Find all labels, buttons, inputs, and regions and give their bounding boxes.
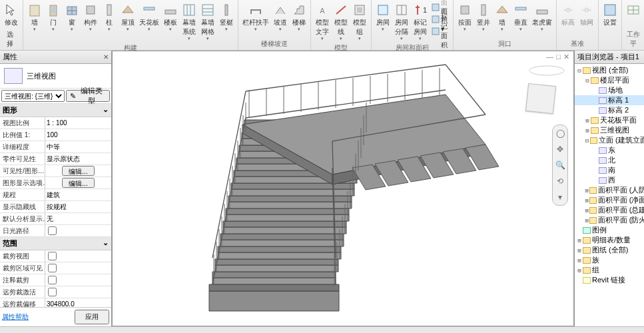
tree-node-11[interactable]: 西 <box>575 175 644 185</box>
tree-twisty-icon[interactable]: ⊞ <box>576 267 583 274</box>
minimize-icon[interactable]: — <box>546 53 553 61</box>
circ-0[interactable]: 栏杆扶手 ▾ <box>241 1 270 33</box>
build-7[interactable]: 楼板 ▾ <box>162 1 179 33</box>
annotation_crop-checkbox[interactable] <box>48 276 57 284</box>
circ-2[interactable]: 楼梯 ▾ <box>290 1 308 33</box>
tree-twisty-icon[interactable]: ⊞ <box>576 257 583 264</box>
parts_vis-input[interactable] <box>47 155 110 163</box>
build-0[interactable]: 墙 ▾ <box>26 1 43 33</box>
steering-wheel-icon[interactable]: ◯ <box>555 128 565 139</box>
crop_visible-checkbox[interactable] <box>48 264 57 272</box>
viewport-3d[interactable]: — □ ✕ ◯ ✥ 🔍 ⟲ ▾ <box>112 51 574 326</box>
tree-node-8[interactable]: 东 <box>575 145 644 155</box>
viewcube[interactable] <box>527 65 567 105</box>
tree-node-5[interactable]: ⊞ 天花板平面 <box>575 115 644 125</box>
build-1[interactable]: 门 ▾ <box>45 1 62 33</box>
close-view-icon[interactable]: ✕ <box>563 53 569 61</box>
tree-node-3[interactable]: 标高 1 <box>575 95 644 105</box>
build-9[interactable]: 幕墙网格 ▾ <box>199 1 216 43</box>
build-10[interactable]: 竖梃 ▾ <box>218 1 235 33</box>
display_opt-edit-button[interactable]: 编辑... <box>62 178 94 188</box>
tree-twisty-icon[interactable]: ⊟ <box>584 77 591 84</box>
settings-button[interactable]: 设置 <box>601 1 619 29</box>
tree-node-4[interactable]: 标高 2 <box>575 105 644 115</box>
build-8[interactable]: 幕墙系统 ▾ <box>180 1 198 43</box>
sun_path-checkbox[interactable] <box>48 226 57 235</box>
crop_view-checkbox[interactable] <box>48 252 57 260</box>
hidden-input[interactable] <box>47 203 110 210</box>
orbit-icon[interactable]: ⟲ <box>555 176 565 186</box>
detail-input[interactable] <box>47 143 110 151</box>
view_scale-input[interactable] <box>47 119 110 127</box>
tree-twisty-icon[interactable]: ⊞ <box>576 247 583 254</box>
discipline-input[interactable] <box>47 191 110 198</box>
model-1[interactable]: 模型线 ▾ <box>332 1 350 43</box>
far_clip_offset-input[interactable] <box>47 300 110 307</box>
tree-twisty-icon[interactable]: ⊟ <box>584 137 590 144</box>
room-small-2[interactable]: 标记 面积 <box>430 25 450 37</box>
circ-1[interactable]: 坡道 ▾ <box>272 1 289 33</box>
vg-edit-button[interactable]: 编辑... <box>62 166 94 176</box>
nav-more-icon[interactable]: ▾ <box>555 192 565 202</box>
tree-node-16[interactable]: 图例 <box>575 225 644 235</box>
type-selector[interactable]: 三维视图 <box>0 64 111 89</box>
properties-help-link[interactable]: 属性帮助 <box>2 312 29 322</box>
instance-selector[interactable]: 三维视图: {三维} <box>1 90 65 102</box>
tree-node-20[interactable]: ⊞ 组 <box>575 265 644 275</box>
close-icon[interactable]: ✕ <box>103 53 109 61</box>
tree-node-14[interactable]: ⊞ 面积平面 (总建筑 <box>575 205 644 215</box>
tree-node-7[interactable]: ⊟ 立面 (建筑立面) <box>575 135 644 145</box>
tree-node-6[interactable]: ⊞ 三维视图 <box>575 125 644 135</box>
tree-node-12[interactable]: ⊞ 面积平面 (人防分 <box>575 185 644 195</box>
open-0[interactable]: 按面 ▾ <box>456 1 474 33</box>
datum-0[interactable]: 标高 <box>559 1 577 29</box>
room-1[interactable]: 房间分隔 ▾ <box>393 1 410 43</box>
tree-twisty-icon[interactable]: ⊞ <box>584 187 589 194</box>
modify-button[interactable]: 修改 <box>3 1 20 29</box>
open-4[interactable]: 老虎窗 ▾ <box>531 1 553 33</box>
tree-twisty-icon[interactable]: ⊞ <box>584 117 591 124</box>
tree-node-17[interactable]: ⊞ 明细表/数量 <box>575 235 644 245</box>
datum-1[interactable]: 轴网 <box>578 1 595 29</box>
group-extents[interactable]: 范围⌄ <box>0 237 111 250</box>
tree-node-19[interactable]: ⊞ 族 <box>575 255 644 265</box>
tree-node-0[interactable]: ⊟ 视图 (全部) <box>575 65 644 75</box>
tree-node-9[interactable]: 北 <box>575 155 644 165</box>
tree-node-18[interactable]: ⊞ 图纸 (全部) <box>575 245 644 255</box>
scale_value-input[interactable] <box>47 131 110 139</box>
model-0[interactable]: A 模型文字 ▾ <box>314 1 331 43</box>
default_analysis-input[interactable] <box>47 215 110 222</box>
edit-type-button[interactable]: ✎编辑类型 <box>66 90 110 102</box>
room-2[interactable]: 1 标记房间 ▾ <box>412 1 429 43</box>
tree-twisty-icon[interactable]: ⊞ <box>576 237 583 244</box>
build-6[interactable]: 天花板 ▾ <box>138 1 161 33</box>
tree-node-15[interactable]: ⊞ 面积平面 (防火分 <box>575 215 644 225</box>
tree-twisty-icon[interactable]: ⊟ <box>576 67 583 74</box>
tree-node-1[interactable]: ⊟ 楼层平面 <box>575 75 644 85</box>
open-2[interactable]: 墙 ▾ <box>493 1 511 33</box>
viewcube-cube[interactable] <box>525 83 556 114</box>
model-2[interactable]: 模型组 ▾ <box>351 1 368 43</box>
tree-node-13[interactable]: ⊞ 面积平面 (净面积 <box>575 195 644 205</box>
build-5[interactable]: 屋顶 ▾ <box>119 1 137 33</box>
pan-icon[interactable]: ✥ <box>555 144 565 155</box>
tree-node-2[interactable]: 场地 <box>575 85 644 95</box>
tree-twisty-icon[interactable]: ⊞ <box>584 207 589 214</box>
room-0[interactable]: 房间 ▾ <box>374 1 392 33</box>
zoom-icon[interactable]: 🔍 <box>555 160 565 170</box>
group-graphics[interactable]: 图形⌄ <box>0 104 111 117</box>
tree-twisty-icon[interactable]: ⊞ <box>584 217 589 224</box>
workplane-button[interactable] <box>625 1 642 19</box>
open-3[interactable]: 垂直 ▾ <box>512 1 529 33</box>
build-4[interactable]: 柱 ▾ <box>101 1 118 33</box>
tree-twisty-icon[interactable]: ⊞ <box>584 197 589 204</box>
open-1[interactable]: 竖井 ▾ <box>475 1 492 33</box>
build-2[interactable]: 窗 ▾ <box>63 1 81 33</box>
maximize-icon[interactable]: □ <box>556 53 561 61</box>
apply-button[interactable]: 应用 <box>75 310 109 324</box>
build-3[interactable]: 构件 ▾ <box>82 1 99 33</box>
far_clip_active-checkbox[interactable] <box>48 288 57 296</box>
tree-twisty-icon[interactable]: ⊞ <box>584 127 591 134</box>
tree-node-10[interactable]: 南 <box>575 165 644 175</box>
tree-node-21[interactable]: Revit 链接 <box>575 275 644 285</box>
